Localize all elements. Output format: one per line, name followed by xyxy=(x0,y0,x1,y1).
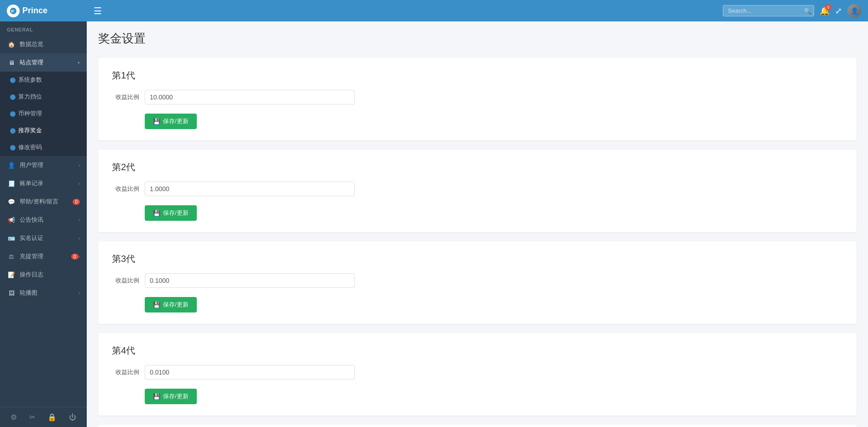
notification-badge: 0 xyxy=(825,4,831,10)
gen-3-label: 收益比例 xyxy=(112,276,139,285)
image-icon: 🖼 xyxy=(7,288,16,297)
chevron-right-icon3: › xyxy=(79,218,80,223)
edit-icon: 📝 xyxy=(7,270,16,279)
save-icon-1: 💾 xyxy=(153,118,160,125)
chevron-right-icon: › xyxy=(79,163,80,168)
gen-2-card: 第2代 收益比例 💾 保存/更新 xyxy=(98,150,857,232)
sidebar-label-order-records: 账单记录 xyxy=(20,179,79,187)
power-icon[interactable]: ⏻ xyxy=(69,413,76,422)
sidebar-label-site-management: 站点管理 xyxy=(20,58,78,67)
app-name: Prince xyxy=(22,6,47,16)
sidebar: GENERAL 🏠 数据总览 🖥 站点管理 ▾ 系统参数 算力挡位 币种管理 推… xyxy=(0,21,87,427)
gen-1-title: 第1代 xyxy=(112,69,843,82)
sidebar-item-order-records[interactable]: 🧾 账单记录 › xyxy=(0,174,87,193)
topbar-left: P Prince ☰ xyxy=(7,5,102,17)
app-logo: P Prince xyxy=(7,5,87,17)
announcement-icon: 📢 xyxy=(7,215,16,224)
save-icon-4: 💾 xyxy=(153,393,160,400)
sidebar-label-real-name: 实名认证 xyxy=(20,234,79,242)
avatar[interactable]: 👤 xyxy=(847,4,861,18)
menu-toggle-button[interactable]: ☰ xyxy=(94,5,102,16)
sidebar-label-announcement: 公告快讯 xyxy=(20,216,79,224)
sidebar-label-change-pw: 修改密码 xyxy=(18,144,80,151)
logo-icon: P xyxy=(7,5,20,17)
gen-5-card: 第5代 收益比例 💾 保存/更新 xyxy=(98,425,857,427)
save-icon-2: 💾 xyxy=(153,210,160,217)
sidebar-label-operation-log: 操作日志 xyxy=(20,271,80,279)
sidebar-item-real-name[interactable]: 🪪 实名认证 › xyxy=(0,229,87,247)
avatar-inner: 👤 xyxy=(847,4,861,18)
gen-1-input[interactable] xyxy=(145,90,355,104)
save-icon-3: 💾 xyxy=(153,302,160,308)
search-input[interactable] xyxy=(723,5,814,16)
sidebar-label-help: 帮助/资料/留言 xyxy=(20,198,71,206)
sidebar-label-carousel: 轮播图 xyxy=(20,289,79,297)
chevron-right-icon2: › xyxy=(79,181,80,186)
tools-icon[interactable]: ✂ xyxy=(29,413,35,422)
notification-bell[interactable]: 🔔 0 xyxy=(820,6,830,16)
chevron-right-icon6: › xyxy=(79,291,80,296)
lock-icon[interactable]: 🔒 xyxy=(47,413,57,422)
gen-2-save-button[interactable]: 💾 保存/更新 xyxy=(145,205,197,221)
search-icon[interactable]: 🔍 xyxy=(804,7,811,15)
sidebar-section-general: GENERAL xyxy=(0,21,87,35)
sidebar-item-hashrate[interactable]: 算力挡位 xyxy=(0,89,87,105)
chevron-right-icon4: › xyxy=(79,236,80,241)
gen-1-save-label: 保存/更新 xyxy=(163,117,189,125)
sidebar-item-change-pw[interactable]: 修改密码 xyxy=(0,139,87,156)
sidebar-item-sys-params[interactable]: 系统参数 xyxy=(0,72,87,89)
sidebar-item-bonus[interactable]: 推荐奖金 xyxy=(0,122,87,139)
scale-icon: ⚖ xyxy=(7,252,16,261)
chevron-down-icon: ▾ xyxy=(78,60,80,65)
gen-2-title: 第2代 xyxy=(112,161,843,173)
sidebar-label-bonus: 推荐奖金 xyxy=(18,127,80,135)
sidebar-item-dashboard[interactable]: 🏠 数据总览 xyxy=(0,35,87,53)
gen-1-label: 收益比例 xyxy=(112,93,139,101)
gen-3-save-button[interactable]: 💾 保存/更新 xyxy=(145,297,197,312)
gen-3-input[interactable] xyxy=(145,273,355,288)
sidebar-item-currency[interactable]: 币种管理 xyxy=(0,105,87,122)
gen-2-input[interactable] xyxy=(145,182,355,196)
sidebar-label-dashboard: 数据总览 xyxy=(20,40,80,48)
monitor-icon: 🖥 xyxy=(7,58,16,67)
content-area: 奖金设置 第1代 收益比例 💾 保存/更新 第2代 收益比例 💾 保存/更新 xyxy=(87,21,868,427)
sidebar-item-recharge[interactable]: ⚖ 充提管理 0 › xyxy=(0,247,87,266)
gen-2-save-label: 保存/更新 xyxy=(163,209,189,217)
sidebar-label-recharge: 充提管理 xyxy=(20,252,69,260)
sidebar-label-sys-params: 系统参数 xyxy=(18,76,80,84)
gen-4-input[interactable] xyxy=(145,365,355,380)
gen-4-field-row: 收益比例 xyxy=(112,365,843,380)
gen-3-card: 第3代 收益比例 💾 保存/更新 xyxy=(98,241,857,324)
gen-1-save-button[interactable]: 💾 保存/更新 xyxy=(145,114,197,129)
sidebar-label-currency: 币种管理 xyxy=(18,110,80,118)
sidebar-item-site-management[interactable]: 🖥 站点管理 ▾ xyxy=(0,53,87,72)
user-icon: 👤 xyxy=(7,161,16,170)
sidebar-submenu-site: 系统参数 算力挡位 币种管理 推荐奖金 修改密码 xyxy=(0,72,87,156)
gen-2-label: 收益比例 xyxy=(112,185,139,193)
settings-icon[interactable]: ⚙ xyxy=(11,413,17,422)
topbar: P Prince ☰ 🔍 🔔 0 ⤢ 👤 xyxy=(0,0,868,21)
page-title: 奖金设置 xyxy=(98,31,857,47)
expand-button[interactable]: ⤢ xyxy=(835,6,842,16)
topbar-right: 🔍 🔔 0 ⤢ 👤 xyxy=(723,4,861,18)
sidebar-item-carousel[interactable]: 🖼 轮播图 › xyxy=(0,284,87,302)
receipt-icon: 🧾 xyxy=(7,179,16,188)
sidebar-item-announcement[interactable]: 📢 公告快讯 › xyxy=(0,211,87,229)
svg-text:P: P xyxy=(11,9,14,13)
help-icon: 💬 xyxy=(7,197,16,206)
gen-4-title: 第4代 xyxy=(112,344,843,357)
gen-2-field-row: 收益比例 xyxy=(112,182,843,196)
main-wrapper: GENERAL 🏠 数据总览 🖥 站点管理 ▾ 系统参数 算力挡位 币种管理 推… xyxy=(0,21,868,427)
gen-1-field-row: 收益比例 xyxy=(112,90,843,104)
gen-3-field-row: 收益比例 xyxy=(112,273,843,288)
gen-1-card: 第1代 收益比例 💾 保存/更新 xyxy=(98,58,857,141)
gen-4-save-button[interactable]: 💾 保存/更新 xyxy=(145,389,197,404)
sidebar-footer: ⚙ ✂ 🔒 ⏻ xyxy=(0,407,87,427)
sidebar-item-operation-log[interactable]: 📝 操作日志 xyxy=(0,266,87,284)
sidebar-label-hashrate: 算力挡位 xyxy=(18,93,80,101)
sidebar-label-user-management: 用户管理 xyxy=(20,161,79,169)
sidebar-item-help[interactable]: 💬 帮助/资料/留言 0 xyxy=(0,193,87,211)
gen-3-title: 第3代 xyxy=(112,253,843,265)
sidebar-item-user-management[interactable]: 👤 用户管理 › xyxy=(0,156,87,174)
gen-4-label: 收益比例 xyxy=(112,368,139,376)
